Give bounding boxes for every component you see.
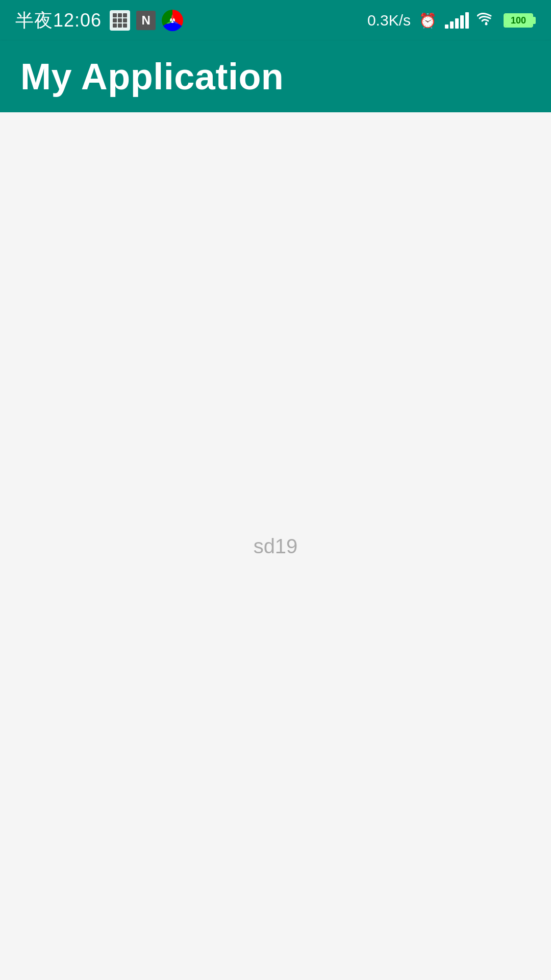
grid-icon xyxy=(110,10,130,31)
status-icons-left: N xyxy=(110,10,183,31)
page-title: My Application xyxy=(20,56,284,97)
status-bar: 半夜12:06 N xyxy=(0,0,551,41)
battery-icon: 100 xyxy=(504,13,536,28)
svg-point-1 xyxy=(485,22,488,25)
baidu-icon xyxy=(162,10,183,31)
alarm-icon: ⏰ xyxy=(419,12,437,29)
app-bar: My Application xyxy=(0,41,551,112)
status-time: 半夜12:06 xyxy=(15,8,102,33)
status-bar-left: 半夜12:06 N xyxy=(15,8,183,33)
wifi-icon xyxy=(477,10,495,32)
main-content: sd19 xyxy=(0,112,551,980)
network-speed: 0.3K/s xyxy=(367,12,411,29)
battery-percent: 100 xyxy=(511,15,526,26)
status-bar-right: 0.3K/s ⏰ 100 xyxy=(367,10,536,32)
watermark-text: sd19 xyxy=(254,535,298,558)
signal-icon xyxy=(445,12,469,29)
n-icon: N xyxy=(136,11,156,30)
